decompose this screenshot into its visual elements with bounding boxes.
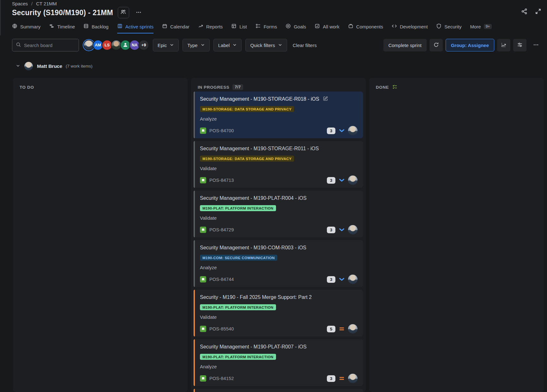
- header-more-button[interactable]: [134, 8, 143, 18]
- board-more-button[interactable]: [529, 39, 543, 51]
- epic-label-chip: M190-COM: SECURE COMMUNICATION: [200, 255, 277, 261]
- tab-label: Forms: [264, 24, 277, 29]
- assignee-avatar[interactable]: [348, 175, 358, 185]
- share-button[interactable]: [521, 8, 527, 15]
- avatar-overflow-count[interactable]: +9: [138, 40, 149, 50]
- card-footer-right: 3: [327, 275, 358, 284]
- assignee-avatar[interactable]: [348, 126, 358, 135]
- priority-medium-icon: [339, 326, 345, 332]
- tab-components[interactable]: Components: [348, 20, 383, 33]
- card-accent-bar: [194, 141, 195, 188]
- column-to-do: TO DO: [13, 78, 188, 392]
- issue-key: POS-84729: [209, 227, 234, 232]
- story-points-badge[interactable]: 3: [327, 227, 335, 233]
- label-filter-label: Label: [218, 43, 230, 48]
- components-icon: [348, 23, 353, 30]
- breadcrumb-project[interactable]: CT 21MM: [36, 1, 57, 6]
- assignee-avatar[interactable]: [348, 324, 358, 334]
- issue-card[interactable]: Security Management - M190-PLAT-R007 - i…: [194, 339, 363, 386]
- type-filter-label: Type: [187, 43, 198, 48]
- issue-card[interactable]: Security Management - M190-COM-R003 - iO…: [194, 240, 363, 287]
- assignee-avatar[interactable]: [348, 374, 358, 383]
- tab-summary[interactable]: Summary: [12, 20, 40, 33]
- shield-icon: [436, 23, 442, 30]
- issue-card[interactable]: Security - M190 - Fall 2025 Merge Suppor…: [194, 290, 363, 336]
- group-by-button[interactable]: Group: Assignee: [446, 39, 494, 51]
- story-points-badge[interactable]: 5: [327, 326, 335, 332]
- label-filter-button[interactable]: Label: [213, 39, 242, 51]
- tab-backlog[interactable]: Backlog: [83, 20, 108, 33]
- sprint-board: TO DOIN PROGRESS7/7Security Management -…: [13, 78, 544, 392]
- card-footer: POS-847003: [200, 126, 358, 135]
- breadcrumb-spaces[interactable]: Spaces: [12, 1, 28, 6]
- card-accent-bar: [194, 389, 195, 392]
- card-title-text: Security Management - M190-COM-R003 - iO…: [200, 245, 306, 251]
- story-points-badge[interactable]: 3: [327, 276, 335, 283]
- column-count-badge: 7/7: [232, 84, 243, 90]
- tab-reports[interactable]: Reports: [198, 20, 223, 33]
- column-header: IN PROGRESS7/7: [191, 78, 366, 92]
- card-title: Security Management - M190-STORAGE-R018 …: [200, 96, 358, 102]
- insights-button[interactable]: [497, 39, 510, 51]
- tab-list[interactable]: List: [231, 20, 247, 33]
- issue-card[interactable]: Security Management - M190-STORAGE-R018 …: [194, 92, 363, 138]
- card-footer-right: 3: [327, 126, 358, 135]
- epic-label-chip: M190-PLAT: PLATFORM INTERACTION: [200, 354, 276, 360]
- column-done: DONE: [369, 78, 544, 392]
- assignee-avatar[interactable]: [348, 275, 358, 284]
- column-header: DONE: [369, 78, 544, 92]
- tab-development[interactable]: Development: [392, 20, 428, 33]
- view-settings-button[interactable]: [513, 39, 526, 51]
- backlog-icon: [83, 23, 89, 30]
- tab-more[interactable]: More9+: [470, 20, 492, 33]
- search-input[interactable]: [24, 43, 75, 48]
- person-icon: [123, 42, 128, 49]
- tab-forms[interactable]: Forms: [255, 20, 277, 33]
- tab-label: Timeline: [57, 24, 75, 29]
- tab-goals[interactable]: Goals: [286, 20, 306, 33]
- epic-label-chip: M190-STORAGE: DATA STORAGE AND PRIVACY: [200, 106, 294, 112]
- target-icon: [286, 23, 291, 30]
- story-type-icon: [200, 128, 206, 134]
- quick-filters-button[interactable]: Quick filters: [245, 39, 287, 51]
- tab-label: More: [470, 24, 481, 29]
- edit-summary-button[interactable]: [323, 96, 328, 102]
- search-board: [12, 39, 79, 51]
- card-footer-right: 5: [327, 324, 358, 334]
- ellipsis-icon: [136, 9, 141, 16]
- card-footer: POS-847133: [200, 175, 358, 185]
- card-footer: POS-847293: [200, 225, 358, 235]
- fullscreen-button[interactable]: [535, 8, 541, 15]
- chevron-down-icon: [278, 43, 282, 48]
- timeline-icon: [49, 23, 54, 30]
- issue-key: POS-84744: [209, 277, 234, 282]
- issue-card[interactable]: [194, 389, 363, 392]
- epic-label-chip: M190-PLAT: PLATFORM INTERACTION: [200, 304, 276, 310]
- story-points-badge[interactable]: 3: [327, 375, 335, 382]
- column-in-progress: IN PROGRESS7/7Security Management - M190…: [191, 78, 366, 392]
- issue-card[interactable]: Security Management - M190-PLAT-R004 - i…: [194, 191, 363, 237]
- assignee-avatar[interactable]: [348, 225, 358, 235]
- complete-sprint-button[interactable]: Complete sprint: [383, 39, 427, 51]
- feedback-button[interactable]: [430, 39, 443, 51]
- card-list: Security Management - M190-STORAGE-R018 …: [191, 92, 366, 392]
- sliders-icon: [517, 42, 523, 49]
- chevron-down-icon: [16, 63, 20, 69]
- story-points-badge[interactable]: 3: [327, 128, 335, 134]
- priority-low-icon: [339, 128, 345, 134]
- tab-active-sprints[interactable]: Active sprints: [117, 20, 153, 33]
- type-filter-button[interactable]: Type: [183, 39, 210, 51]
- board-toolbar: AMLSNA+9 Epic Type Label Quick filters C…: [12, 39, 543, 52]
- tab-security[interactable]: Security: [436, 20, 461, 33]
- tab-all-work[interactable]: All work: [315, 20, 340, 33]
- tab-calendar[interactable]: Calendar: [162, 20, 189, 33]
- tab-label: Goals: [294, 24, 306, 29]
- epic-filter-button[interactable]: Epic: [153, 39, 179, 51]
- tab-timeline[interactable]: Timeline: [49, 20, 75, 33]
- collapse-group-button[interactable]: [16, 63, 20, 69]
- column-title: TO DO: [20, 85, 34, 90]
- clear-filters-button[interactable]: Clear filters: [293, 43, 317, 48]
- collaborators-button[interactable]: [118, 7, 129, 18]
- story-points-badge[interactable]: 3: [327, 177, 335, 184]
- issue-card[interactable]: Security Management - M190-STORAGE-R011 …: [194, 141, 363, 188]
